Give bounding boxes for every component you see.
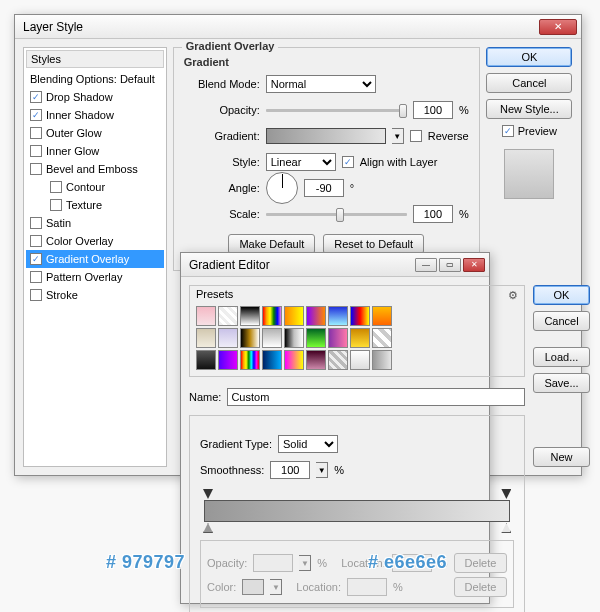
preset-swatch[interactable] bbox=[372, 306, 392, 326]
style-item[interactable]: Inner Glow bbox=[26, 142, 164, 160]
styles-header[interactable]: Styles bbox=[26, 50, 164, 68]
angle-dial[interactable] bbox=[266, 172, 298, 204]
preset-swatch[interactable] bbox=[306, 306, 326, 326]
reset-default-button[interactable]: Reset to Default bbox=[323, 234, 424, 254]
new-style-button[interactable]: New Style... bbox=[486, 99, 572, 119]
style-item-label: Bevel and Emboss bbox=[46, 163, 138, 175]
preset-swatch[interactable] bbox=[196, 328, 216, 348]
maximize-icon[interactable]: ▭ bbox=[439, 258, 461, 272]
preset-swatch[interactable] bbox=[350, 328, 370, 348]
opacity-stop-right[interactable] bbox=[501, 489, 511, 499]
style-checkbox[interactable] bbox=[30, 289, 42, 301]
gradient-type-select[interactable]: Solid bbox=[278, 435, 338, 453]
style-item[interactable]: ✓Inner Shadow bbox=[26, 106, 164, 124]
preset-swatch[interactable] bbox=[240, 350, 260, 370]
style-label: Style: bbox=[184, 156, 260, 168]
ged-ok-button[interactable]: OK bbox=[533, 285, 589, 305]
style-select[interactable]: Linear bbox=[266, 153, 336, 171]
layer-style-titlebar[interactable]: Layer Style ✕ bbox=[15, 15, 581, 39]
preset-swatch[interactable] bbox=[328, 306, 348, 326]
style-item-label: Inner Glow bbox=[46, 145, 99, 157]
style-checkbox[interactable]: ✓ bbox=[30, 109, 42, 121]
style-item[interactable]: ✓Gradient Overlay bbox=[26, 250, 164, 268]
preview-checkbox[interactable]: ✓ bbox=[502, 125, 514, 137]
preset-swatch[interactable] bbox=[328, 350, 348, 370]
gear-icon[interactable]: ⚙ bbox=[508, 289, 518, 302]
style-checkbox[interactable] bbox=[30, 271, 42, 283]
style-item-label: Outer Glow bbox=[46, 127, 102, 139]
style-item[interactable]: Pattern Overlay bbox=[26, 268, 164, 286]
preset-swatch[interactable] bbox=[196, 306, 216, 326]
opacity-input[interactable] bbox=[413, 101, 453, 119]
cancel-button[interactable]: Cancel bbox=[486, 73, 572, 93]
chevron-down-icon[interactable]: ▼ bbox=[316, 462, 328, 478]
scale-input[interactable] bbox=[413, 205, 453, 223]
reverse-checkbox[interactable] bbox=[410, 130, 422, 142]
align-layer-checkbox[interactable]: ✓ bbox=[342, 156, 354, 168]
gradient-bar[interactable] bbox=[204, 500, 510, 522]
stop-opacity-label: Opacity: bbox=[207, 557, 247, 569]
color-stop-left[interactable] bbox=[203, 523, 213, 533]
style-checkbox[interactable]: ✓ bbox=[30, 253, 42, 265]
panel-subtitle: Gradient bbox=[184, 56, 469, 68]
preset-swatch[interactable] bbox=[372, 328, 392, 348]
preset-swatch[interactable] bbox=[240, 328, 260, 348]
style-checkbox[interactable] bbox=[30, 163, 42, 175]
preset-swatch[interactable] bbox=[350, 350, 370, 370]
preset-swatch[interactable] bbox=[262, 306, 282, 326]
style-item[interactable]: Texture bbox=[26, 196, 164, 214]
ged-save-button[interactable]: Save... bbox=[533, 373, 589, 393]
opacity-slider[interactable] bbox=[266, 109, 407, 112]
style-item[interactable]: Color Overlay bbox=[26, 232, 164, 250]
gradient-swatch[interactable] bbox=[266, 128, 386, 144]
ged-load-button[interactable]: Load... bbox=[533, 347, 589, 367]
preset-swatch[interactable] bbox=[372, 350, 392, 370]
preset-swatch[interactable] bbox=[196, 350, 216, 370]
preset-swatch[interactable] bbox=[350, 306, 370, 326]
style-item-label: Texture bbox=[66, 199, 102, 211]
minimize-icon[interactable]: — bbox=[415, 258, 437, 272]
chevron-down-icon[interactable]: ▼ bbox=[392, 128, 404, 144]
style-checkbox[interactable] bbox=[50, 199, 62, 211]
preset-swatch[interactable] bbox=[306, 350, 326, 370]
close-icon[interactable]: ✕ bbox=[463, 258, 485, 272]
color-stop-right[interactable] bbox=[501, 523, 511, 533]
make-default-button[interactable]: Make Default bbox=[228, 234, 315, 254]
style-checkbox[interactable] bbox=[30, 127, 42, 139]
gradient-editor-titlebar[interactable]: Gradient Editor — ▭ ✕ bbox=[181, 253, 489, 277]
style-item[interactable]: ✓Drop Shadow bbox=[26, 88, 164, 106]
ged-cancel-button[interactable]: Cancel bbox=[533, 311, 589, 331]
angle-input[interactable] bbox=[304, 179, 344, 197]
ged-new-button[interactable]: New bbox=[533, 447, 589, 467]
preset-swatch[interactable] bbox=[240, 306, 260, 326]
blending-options-item[interactable]: Blending Options: Default bbox=[26, 70, 164, 88]
preset-swatch[interactable] bbox=[328, 328, 348, 348]
preset-swatch[interactable] bbox=[284, 350, 304, 370]
opacity-stop-left[interactable] bbox=[203, 489, 213, 499]
preset-swatch[interactable] bbox=[284, 328, 304, 348]
style-checkbox[interactable] bbox=[30, 145, 42, 157]
preset-swatch[interactable] bbox=[262, 328, 282, 348]
style-item[interactable]: Satin bbox=[26, 214, 164, 232]
preset-swatch[interactable] bbox=[218, 350, 238, 370]
style-item[interactable]: Bevel and Emboss bbox=[26, 160, 164, 178]
smoothness-input[interactable] bbox=[270, 461, 310, 479]
preset-swatch[interactable] bbox=[306, 328, 326, 348]
style-checkbox[interactable] bbox=[30, 235, 42, 247]
style-checkbox[interactable]: ✓ bbox=[30, 91, 42, 103]
scale-slider[interactable] bbox=[266, 213, 407, 216]
preset-swatch[interactable] bbox=[218, 328, 238, 348]
preset-swatch[interactable] bbox=[218, 306, 238, 326]
ok-button[interactable]: OK bbox=[486, 47, 572, 67]
gradient-editor-title: Gradient Editor bbox=[185, 258, 415, 272]
blend-mode-select[interactable]: Normal bbox=[266, 75, 376, 93]
preset-swatch[interactable] bbox=[262, 350, 282, 370]
gradient-name-input[interactable] bbox=[227, 388, 525, 406]
style-item[interactable]: Outer Glow bbox=[26, 124, 164, 142]
preset-swatch[interactable] bbox=[284, 306, 304, 326]
style-item[interactable]: Contour bbox=[26, 178, 164, 196]
style-item[interactable]: Stroke bbox=[26, 286, 164, 304]
close-icon[interactable]: ✕ bbox=[539, 19, 577, 35]
style-checkbox[interactable] bbox=[30, 217, 42, 229]
style-checkbox[interactable] bbox=[50, 181, 62, 193]
